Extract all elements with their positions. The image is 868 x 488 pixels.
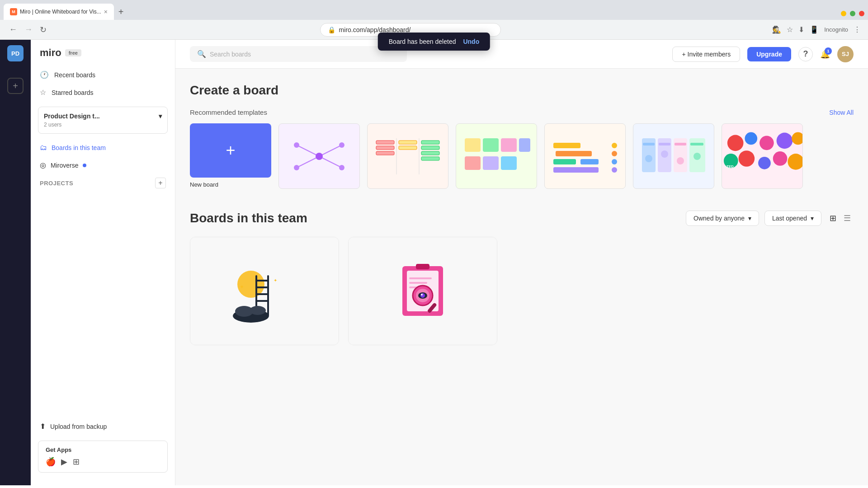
- template-miroverse[interactable]: TED From Miroverse →: [722, 123, 803, 189]
- sort-filter-dropdown[interactable]: Last opened ▾: [764, 211, 821, 226]
- menu-icon[interactable]: ⋮: [854, 25, 861, 34]
- recent-boards-nav[interactable]: 🕐 Recent boards: [31, 66, 175, 84]
- board-card-1[interactable]: ✦ ✦: [190, 237, 339, 345]
- sidebar-avatar[interactable]: PD: [7, 45, 24, 61]
- svg-line-1: [319, 145, 342, 156]
- svg-rect-21: [483, 138, 499, 152]
- plus-icon: +: [226, 141, 235, 160]
- board-card-2[interactable]: [348, 237, 497, 345]
- svg-line-0: [297, 145, 319, 156]
- minimize-button[interactable]: −: [841, 11, 846, 16]
- maximize-button[interactable]: □: [850, 11, 855, 16]
- svg-point-33: [612, 151, 617, 156]
- svg-rect-43: [690, 143, 703, 145]
- svg-point-5: [294, 142, 299, 148]
- template-mind-map[interactable]: + Mind Map: [278, 123, 360, 189]
- team-users-label: 2 users: [44, 122, 162, 128]
- search-box[interactable]: 🔍: [190, 46, 407, 62]
- invite-members-button[interactable]: + Invite members: [672, 47, 740, 62]
- download-icon[interactable]: ⬇: [798, 25, 804, 34]
- refresh-button[interactable]: ↻: [38, 23, 48, 37]
- upload-label: Upload from backup: [50, 423, 107, 430]
- boards-in-team-nav[interactable]: 🗂 Boards in this team: [31, 139, 175, 156]
- list-view-button[interactable]: ☰: [841, 211, 854, 226]
- svg-rect-12: [399, 141, 417, 144]
- svg-point-32: [612, 143, 617, 148]
- svg-point-57: [773, 151, 788, 166]
- svg-text:✦: ✦: [274, 278, 277, 283]
- starred-boards-nav[interactable]: ☆ Starred boards: [31, 84, 175, 101]
- get-apps-title: Get Apps: [46, 446, 160, 453]
- incognito-label: Incognito: [824, 26, 848, 33]
- close-window-button[interactable]: ×: [859, 11, 864, 16]
- toast-message: Board has been deleted: [389, 38, 456, 45]
- new-tab-button[interactable]: +: [115, 4, 127, 20]
- template-new-board[interactable]: + New board: [190, 123, 271, 189]
- svg-rect-76: [409, 277, 432, 279]
- svg-point-34: [612, 159, 617, 164]
- forward-button[interactable]: →: [23, 23, 34, 36]
- user-avatar[interactable]: SJ: [837, 46, 854, 62]
- svg-rect-25: [483, 156, 499, 170]
- template-roadmap[interactable]: + Product Roadmap: [544, 123, 626, 189]
- svg-point-82: [420, 293, 425, 298]
- svg-point-50: [745, 132, 757, 145]
- projects-add-button[interactable]: +: [155, 178, 166, 188]
- templates-label: Recommended templates: [190, 108, 267, 116]
- svg-rect-77: [409, 282, 427, 284]
- upgrade-button[interactable]: Upgrade: [747, 47, 791, 61]
- boards-in-team-label: Boards in this team: [52, 144, 106, 151]
- tab-close-icon[interactable]: ×: [104, 8, 108, 15]
- svg-text:TED: TED: [726, 164, 734, 168]
- template-kanban[interactable]: + Kanban Framewo...: [367, 123, 448, 189]
- windows-app-icon[interactable]: ⊞: [73, 457, 80, 467]
- back-button[interactable]: ←: [7, 23, 19, 36]
- template-new-board-label: New board: [190, 181, 271, 188]
- svg-rect-40: [643, 143, 655, 145]
- sort-filter-chevron: ▾: [811, 215, 814, 222]
- svg-rect-67: [255, 300, 269, 302]
- team-section[interactable]: Product Design t... ▾ 2 users: [38, 107, 168, 134]
- team-chevron-icon: ▾: [159, 113, 162, 120]
- svg-rect-22: [501, 138, 517, 152]
- recent-boards-label: Recent boards: [54, 71, 95, 79]
- google-play-icon[interactable]: ▶: [61, 457, 67, 467]
- tab-title: Miro | Online Whiteboard for Vis...: [20, 9, 101, 15]
- toast-undo-button[interactable]: Undo: [463, 38, 479, 45]
- svg-rect-31: [553, 167, 599, 173]
- upload-backup-nav[interactable]: ⬆ Upload from backup: [31, 418, 175, 435]
- boards-section: Boards in this team Owned by anyone ▾ La…: [190, 211, 854, 345]
- svg-text:✦: ✦: [240, 284, 244, 290]
- starred-boards-label: Starred boards: [52, 89, 94, 96]
- svg-point-52: [777, 132, 793, 149]
- app-sidebar: PD +: [0, 40, 31, 485]
- device-icon[interactable]: 📱: [810, 25, 819, 34]
- template-journey[interactable]: + Customer Journey: [633, 123, 714, 189]
- svg-rect-29: [553, 159, 576, 164]
- apple-app-icon[interactable]: 🍎: [46, 457, 56, 467]
- miroverse-nav[interactable]: ◎ Miroverse: [31, 156, 175, 174]
- sidebar-add-button[interactable]: +: [7, 78, 24, 94]
- svg-point-45: [661, 150, 668, 158]
- svg-rect-20: [465, 138, 481, 152]
- search-input[interactable]: [210, 51, 400, 58]
- boards-grid: ✦ ✦: [190, 237, 497, 345]
- svg-point-51: [760, 136, 774, 150]
- tab-favicon: M: [10, 8, 17, 15]
- owner-filter-dropdown[interactable]: Owned by anyone ▾: [686, 211, 759, 226]
- template-retrospect[interactable]: + Quick Retrospect...: [456, 123, 537, 189]
- show-all-link[interactable]: Show All: [829, 109, 854, 116]
- bookmark-icon[interactable]: ☆: [787, 25, 793, 34]
- incognito-icon: 🕵: [772, 25, 781, 34]
- notifications-button[interactable]: 🔔 1: [820, 49, 830, 59]
- svg-rect-10: [376, 146, 394, 150]
- svg-point-70: [250, 306, 266, 315]
- owner-filter-chevron: ▾: [748, 215, 751, 222]
- svg-point-46: [677, 157, 684, 164]
- grid-view-button[interactable]: ⊞: [827, 211, 839, 226]
- svg-rect-41: [659, 143, 670, 145]
- miro-logo: miro: [40, 47, 61, 59]
- notification-badge: 1: [825, 47, 832, 55]
- svg-rect-85: [416, 264, 429, 269]
- help-button[interactable]: ?: [798, 47, 813, 61]
